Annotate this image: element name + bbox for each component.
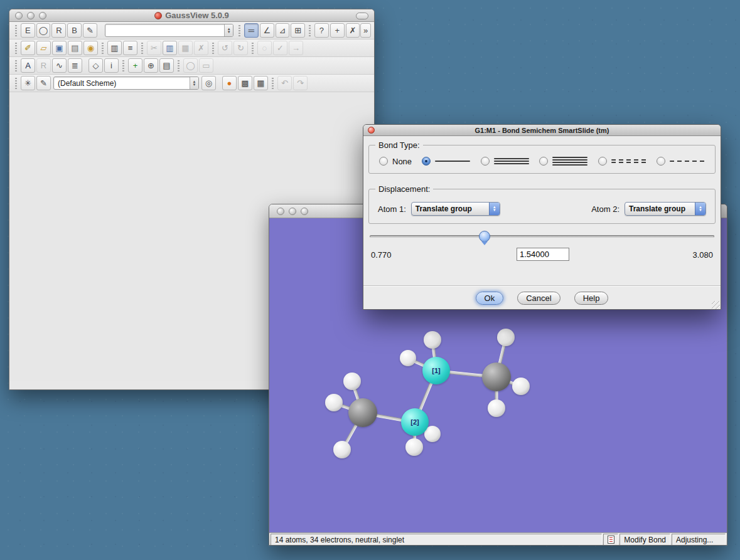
bond-type-option-triple-bond[interactable] xyxy=(539,157,587,166)
toolbar-grip[interactable] xyxy=(15,78,17,89)
connection-editor-button[interactable]: ▤ xyxy=(159,58,174,73)
minimize-button[interactable] xyxy=(27,12,35,19)
modify-angle-button[interactable]: ∠ xyxy=(260,23,274,38)
toolbar-grip[interactable] xyxy=(102,43,104,54)
view-options-button[interactable]: ✎ xyxy=(36,76,51,90)
symmetry-button[interactable]: ◇ xyxy=(88,58,103,73)
modify-bond-button[interactable]: ═ xyxy=(244,23,259,38)
zoom-button[interactable] xyxy=(301,208,308,215)
selected-carbon-atom[interactable]: [2] xyxy=(401,408,429,436)
layers-button[interactable]: ≣ xyxy=(68,58,82,73)
toolbar-overflow-button[interactable]: » xyxy=(360,23,371,38)
duplicate-view-button[interactable]: ▥ xyxy=(107,41,122,55)
r-group-editor-button[interactable]: R xyxy=(36,58,51,73)
scheme-combo[interactable]: (Default Scheme)▲▼ xyxy=(53,77,199,90)
atom2-displacement-select[interactable]: Translate group ▲▼ xyxy=(625,202,706,216)
delete-button[interactable]: ✗ xyxy=(194,41,208,55)
toolbar-grip[interactable] xyxy=(15,43,17,54)
redo-button[interactable]: ↻ xyxy=(233,41,248,55)
help-button[interactable]: Help xyxy=(574,292,609,305)
carbon-atom[interactable] xyxy=(348,398,377,427)
toolbar-grip[interactable] xyxy=(15,25,17,36)
toolbar-grip[interactable] xyxy=(239,25,240,36)
open-file-button[interactable]: ▱ xyxy=(36,41,51,55)
hydrogen-atom[interactable] xyxy=(400,350,416,366)
custom-fragment-button[interactable]: ✎ xyxy=(83,23,97,38)
tile-windows-button[interactable]: ▦ xyxy=(254,76,268,90)
hydrogen-atom[interactable] xyxy=(424,331,441,349)
fragment-combo[interactable]: ▲▼ xyxy=(105,24,233,37)
hydrogen-atom[interactable] xyxy=(325,394,343,411)
combo-stepper-icon[interactable]: ▲▼ xyxy=(224,24,233,36)
add-row-button[interactable]: + xyxy=(128,58,142,73)
toolbar-grip[interactable] xyxy=(309,25,311,36)
hydrogen-atom[interactable] xyxy=(333,441,351,458)
delete-atom-button[interactable]: ✗ xyxy=(346,23,360,38)
bond-type-option-aromatic-bond[interactable] xyxy=(598,157,646,166)
modify-redundant-button[interactable]: ⊞ xyxy=(291,23,305,38)
new-file-button[interactable]: ✐ xyxy=(21,41,35,55)
combo-stepper-icon[interactable]: ▲▼ xyxy=(190,77,198,89)
print-button[interactable]: ▤ xyxy=(68,41,82,55)
atom1-displacement-select[interactable]: Translate group ▲▼ xyxy=(411,202,500,216)
undo-button[interactable]: ↺ xyxy=(218,41,232,55)
element-fragment-button[interactable]: E xyxy=(21,23,35,38)
toolbar-grip[interactable] xyxy=(272,78,274,89)
close-button[interactable] xyxy=(15,12,23,19)
toolbar-collapse-button[interactable] xyxy=(356,13,368,19)
toolbar-grip[interactable] xyxy=(252,43,254,54)
modify-dihedral-button[interactable]: ⊿ xyxy=(276,23,290,38)
radio-button[interactable] xyxy=(539,157,548,166)
radio-button[interactable] xyxy=(422,157,431,166)
display-format-button[interactable]: ✳ xyxy=(21,76,35,90)
hydrogen-atom[interactable] xyxy=(488,399,505,417)
paste-button[interactable]: ▦ xyxy=(178,41,193,55)
radio-button[interactable] xyxy=(481,157,490,166)
biological-fragment-button[interactable]: B xyxy=(67,23,82,38)
capture-button[interactable]: ◉ xyxy=(83,41,98,55)
resize-grip-icon[interactable] xyxy=(712,301,720,309)
extra-tool-2-button[interactable]: ▭ xyxy=(199,58,213,73)
main-window-titlebar[interactable]: GaussView 5.0.9 xyxy=(9,9,374,22)
toolbar-grip[interactable] xyxy=(178,60,180,71)
cut-button[interactable]: ✂ xyxy=(147,41,161,55)
copy-button[interactable]: ▥ xyxy=(163,41,177,55)
selected-carbon-atom[interactable]: [1] xyxy=(422,357,450,384)
zoom-button[interactable] xyxy=(39,12,46,19)
bond-tool-button[interactable]: ∿ xyxy=(52,58,67,73)
bond-type-option-none[interactable]: None xyxy=(379,157,412,166)
save-file-button[interactable]: ▣ xyxy=(52,41,67,55)
toolbar-grip[interactable] xyxy=(212,43,214,54)
inquire-button[interactable]: ? xyxy=(314,23,329,38)
item-list-button[interactable]: ≡ xyxy=(123,41,137,55)
scheme-globe-button[interactable]: ◎ xyxy=(201,76,216,90)
slider-thumb[interactable] xyxy=(479,231,490,242)
dialog-titlebar[interactable]: G1:M1 - Bond Semichem SmartSlide (tm) xyxy=(363,125,721,136)
cancel-button[interactable]: Cancel xyxy=(517,292,560,305)
minimize-button[interactable] xyxy=(289,208,296,215)
atom-selection-button[interactable]: ⊕ xyxy=(144,58,158,73)
ok-button[interactable]: Ok xyxy=(476,292,504,305)
render-mode-button[interactable]: ● xyxy=(222,76,237,90)
radio-button[interactable] xyxy=(379,157,388,166)
undo-view-button[interactable]: ↶ xyxy=(277,76,292,90)
bond-type-option-double-bond[interactable] xyxy=(481,157,529,166)
redo-view-button[interactable]: ↷ xyxy=(293,76,308,90)
add-valence-button[interactable]: + xyxy=(330,23,345,38)
bond-type-option-weak-bond[interactable] xyxy=(657,157,705,166)
bond-length-slider[interactable] xyxy=(370,235,714,238)
refresh-button[interactable]: ◌ xyxy=(257,41,272,55)
toolbar-grip[interactable] xyxy=(15,60,17,71)
hydrogen-atom[interactable] xyxy=(343,372,361,390)
radio-button[interactable] xyxy=(657,157,665,166)
carbon-atom[interactable] xyxy=(482,362,511,391)
toolbar-grip[interactable] xyxy=(141,43,143,54)
hydrogen-atom[interactable] xyxy=(405,438,423,456)
toolbar-grip[interactable] xyxy=(122,60,124,71)
bond-length-input[interactable] xyxy=(517,248,569,261)
apply-button[interactable]: ✓ xyxy=(273,41,287,55)
cascade-windows-button[interactable]: ▩ xyxy=(238,76,252,90)
atom-list-editor-button[interactable]: A xyxy=(21,58,35,73)
radio-button[interactable] xyxy=(598,157,607,166)
extra-tool-button[interactable]: ◯ xyxy=(183,58,198,73)
